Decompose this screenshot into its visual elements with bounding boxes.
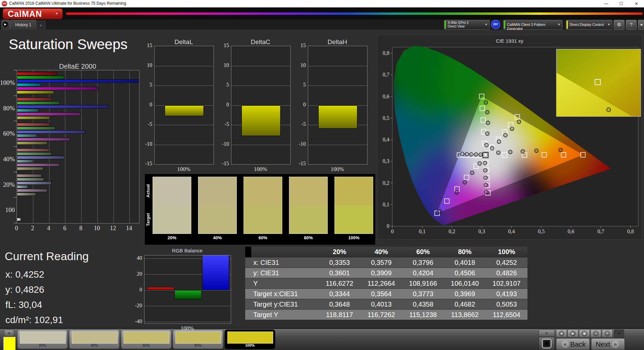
maximize-button[interactable]: ☐: [614, 0, 629, 7]
axis-tick-label: -5: [140, 121, 152, 127]
refresh-button[interactable]: ⟳: [602, 329, 613, 337]
patch-button-40%[interactable]: 40%: [69, 329, 120, 349]
deltaE-bar-40%-cyan: [17, 160, 33, 163]
gridline: [81, 70, 82, 223]
axis-label: 100%: [144, 325, 230, 332]
deltaE-group-label: 40%: [0, 146, 15, 172]
measured-marker-blue: [470, 171, 474, 175]
meter-reading-badge[interactable]: 237: [491, 20, 500, 29]
app-icon: CM: [2, 1, 7, 6]
table-cell: 0,4013: [360, 299, 402, 309]
swatch-60%: [244, 177, 282, 234]
table-cell: 0,3353: [319, 257, 360, 268]
axis-tick-label: -15: [140, 161, 152, 167]
svg-text:0,5: 0,5: [383, 115, 389, 121]
measured-marker-green: [486, 121, 490, 125]
patch-popup-button[interactable]: ▲: [4, 329, 14, 337]
table-cell: 112,2664: [360, 278, 402, 288]
add-tab-button[interactable]: +: [36, 21, 45, 30]
deltaC-bar: [242, 105, 281, 136]
calman-menu-button[interactable]: CalMAN ▼: [3, 8, 63, 19]
deltaE-bar-100%-green: [17, 76, 64, 79]
svg-text:0,8: 0,8: [383, 50, 389, 56]
display-status-bar: [567, 21, 568, 29]
svg-text:0,5: 0,5: [538, 229, 545, 234]
table-row-label: Target Y: [253, 310, 319, 320]
deltaE-bar-60%-magenta: [17, 138, 70, 141]
pattern-popup-button[interactable]: ▲: [539, 329, 555, 337]
patch-label: 60%: [121, 343, 171, 347]
table-cell: 0,3579: [360, 257, 402, 268]
measured-marker-red: [559, 148, 562, 152]
axis-tick: [14, 172, 17, 172]
pattern-window-button[interactable]: [539, 337, 555, 350]
deltaE-bar-80%-magenta: [17, 112, 80, 116]
help-button[interactable]: ?: [626, 20, 637, 30]
table-row: y: CIE310,36010,39090,42040,45060,4826: [245, 268, 527, 278]
play-icon: ▶: [570, 330, 576, 337]
swatch-actual: [335, 177, 373, 205]
patch-button-60%[interactable]: 60%: [121, 329, 171, 349]
rgb-bar-green: [174, 290, 201, 300]
gridline: [231, 85, 290, 86]
close-button[interactable]: ✕: [629, 0, 644, 7]
minimize-button[interactable]: —: [599, 0, 614, 7]
play-button[interactable]: ▶: [568, 329, 578, 337]
calman-logo-text: CalMAN: [8, 9, 42, 19]
gridline: [65, 70, 65, 223]
side-panel-toggle[interactable]: ◀: [638, 20, 644, 30]
axis-tick-label: -5: [217, 121, 229, 127]
meter-device-dropdown[interactable]: X-Rite i1Pro 2 Direct View ▼: [444, 20, 490, 30]
pattern-window-button[interactable]: ▣: [579, 329, 590, 337]
current-reading-value: y: 0,4826: [5, 284, 44, 295]
svg-text:0: 0: [391, 229, 394, 234]
table-row: x: CIE310,33530,35790,37960,40180,4252: [245, 257, 527, 268]
continuous-button[interactable]: ∞: [590, 329, 601, 337]
patch-color: [175, 331, 221, 344]
table-cell: 0,3773: [402, 289, 444, 299]
table-cell: 116,6272: [319, 278, 360, 288]
swatch-target: [153, 205, 191, 234]
stop-button[interactable]: ■: [556, 329, 567, 337]
next-button[interactable]: Next»: [591, 338, 625, 350]
pattern-source-dropdown[interactable]: CalMAN Client 3 Pattern Generator ▼: [503, 20, 562, 30]
deltaE-bar-100%-red: [17, 72, 57, 75]
gridline: [308, 145, 367, 145]
deltaE-group-label: 60%: [0, 121, 15, 146]
tab-history-1[interactable]: History 1: [10, 20, 36, 30]
axis-tick-label: -20: [130, 303, 142, 309]
display-control-dropdown[interactable]: Direct Display Control ▼: [566, 20, 612, 30]
swatch-actual: [244, 177, 282, 205]
rgb-bar-red: [147, 287, 174, 290]
deltaE-bar-100%-yellow: [17, 91, 54, 94]
table-cell: 0,5053: [486, 299, 527, 309]
window-icon: [542, 339, 551, 348]
patch-button-20%[interactable]: 20%: [17, 329, 68, 349]
chart-title: DeltaC: [231, 38, 290, 46]
device-mode: Direct View: [448, 25, 464, 28]
device-status-bar: [445, 21, 446, 29]
workflow-collapse-button[interactable]: ▶: [1, 20, 10, 30]
settings-button[interactable]: ⚙: [614, 20, 624, 30]
svg-text:0,1: 0,1: [383, 202, 389, 207]
measured-marker-yellow: [517, 120, 521, 124]
rainbow-gradient-bar: [66, 12, 643, 15]
deltaE-group-label: 100: [0, 197, 15, 223]
gridline: [114, 70, 114, 223]
axis-tick-label: 2: [28, 225, 38, 232]
deltaE-bar-40%-red: [17, 148, 49, 152]
measured-marker-green: [484, 101, 488, 104]
record-button[interactable]: ●: [614, 329, 624, 338]
deltaC-plot: [231, 46, 291, 165]
axis-tick: [14, 197, 17, 198]
deltaH-plot: [308, 46, 367, 165]
measured-marker-blue: [455, 190, 458, 194]
patch-button-80%[interactable]: 80%: [173, 329, 223, 349]
back-button[interactable]: «Back: [556, 338, 590, 350]
patch-button-100%[interactable]: 100%: [225, 329, 275, 349]
axis-tick: [14, 223, 17, 223]
deltaE-group-label: 80%: [0, 96, 15, 121]
axis-tick-label: 15: [140, 42, 152, 48]
axis-tick-label: -5: [294, 121, 306, 127]
continuous-icon: ∞: [593, 330, 599, 337]
